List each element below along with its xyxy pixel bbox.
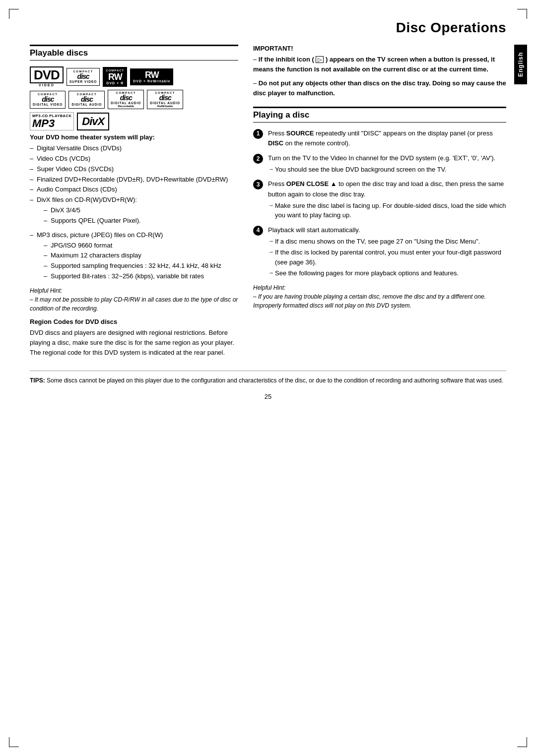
sub-list-item: Supported sampling frequencies : 32 kHz,… bbox=[37, 261, 238, 271]
important-box: IMPORTANT! – If the inhibit icon ( ▷ ) a… bbox=[253, 45, 506, 99]
important-text: – If the inhibit icon ( ▷ ) appears on t… bbox=[253, 55, 506, 99]
cd-dv-sub: DIGITAL VIDEO bbox=[33, 103, 63, 106]
list-item: Finalized DVD+Recordable (DVD±R), DVD+Re… bbox=[30, 175, 238, 185]
dvd-main-label: DVD bbox=[30, 66, 64, 83]
list-item: DivX files on CD-R(W)/DVD+R(W): DivX 3/4… bbox=[30, 195, 238, 226]
logos-row-2: COMPACT disc DIGITAL VIDEO COMPACT disc … bbox=[30, 90, 238, 109]
step-4-arrow-3: See the following pages for more playbac… bbox=[268, 268, 506, 278]
bold-intro: Your DVD home theater system will play: bbox=[30, 133, 238, 141]
corner-mark-br bbox=[517, 737, 527, 747]
step-4: 4 Playback will start automatically. If … bbox=[253, 225, 506, 278]
cd-digital-video-logo: COMPACT disc DIGITAL VIDEO bbox=[30, 91, 66, 109]
step-num-1: 1 bbox=[253, 129, 263, 139]
cd-dar-main: disc bbox=[120, 94, 132, 101]
page-title: Disc Operations bbox=[30, 20, 506, 36]
playing-section: Playing a disc 1 Press SOURCE repeatedly… bbox=[253, 107, 506, 310]
mp3-main-label: MP3 bbox=[32, 118, 55, 129]
right-column: English IMPORTANT! – If the inhibit icon… bbox=[253, 45, 506, 315]
cd-darw-main: disc bbox=[159, 94, 171, 101]
step-3-content: Press OPEN CLOSE ▲ to open the disc tray… bbox=[268, 179, 506, 220]
rw-dvdr-sub: DVD + R bbox=[106, 81, 124, 85]
corner-mark-tl bbox=[9, 9, 19, 19]
divx-label: DivX bbox=[82, 115, 104, 128]
sub-list-item: Supported Bit-rates : 32~256 (kbps), var… bbox=[37, 272, 238, 281]
hint2-title: Helpful Hint: bbox=[253, 284, 285, 291]
dvd-sub-label: VIDEO bbox=[39, 83, 55, 87]
hint-text: – It may not be possible to play CD-R/RW… bbox=[30, 296, 238, 312]
tips-box: TIPS: Some discs cannot be played on thi… bbox=[30, 371, 506, 385]
step-3-arrow: Make sure the disc label is facing up. F… bbox=[268, 201, 506, 220]
sub-list-item: Supports QPEL (Quarter Pixel). bbox=[37, 216, 238, 226]
sublist: DivX 3/4/5 Supports QPEL (Quarter Pixel)… bbox=[37, 206, 238, 226]
playable-discs-header: Playable discs bbox=[30, 45, 238, 61]
logos-row-1: DVD VIDEO COMPACT disc SUPER VIDEO COMPA… bbox=[30, 66, 238, 87]
step-4-content: Playback will start automatically. If a … bbox=[268, 225, 506, 278]
rw-dvdrewrite-main: RW bbox=[145, 70, 159, 79]
dvd-video-logo: DVD VIDEO bbox=[30, 66, 64, 87]
hint-title: Helpful Hint: bbox=[30, 287, 62, 294]
list-item: Digital Versatile Discs (DVDs) bbox=[30, 144, 238, 153]
step-3: 3 Press OPEN CLOSE ▲ to open the disc tr… bbox=[253, 179, 506, 220]
step-1: 1 Press SOURCE repeatedly until "DISC" a… bbox=[253, 128, 506, 148]
important-title: IMPORTANT! bbox=[253, 45, 506, 52]
cd-dv-main: disc bbox=[42, 96, 54, 103]
cd-dar-sub: DIGITAL AUDIO bbox=[111, 101, 141, 105]
step-1-content: Press SOURCE repeatedly until "DISC" app… bbox=[268, 128, 506, 148]
cd-dar-label: Recordable bbox=[118, 105, 134, 108]
cd-digital-audio-rw-logo: COMPACT disc DIGITAL AUDIO ReWritable bbox=[147, 90, 183, 109]
playable-list: Digital Versatile Discs (DVDs) Video CDs… bbox=[30, 144, 238, 281]
helpful-hint-2: Helpful Hint: – If you are having troubl… bbox=[253, 283, 506, 310]
step-2: 2 Turn on the TV to the Video In channel… bbox=[253, 153, 506, 175]
step-4-arrow-2: If the disc is locked by parental contro… bbox=[268, 248, 506, 267]
cd-darw-label: ReWritable bbox=[157, 105, 173, 108]
cd-digital-audio-rec-logo: COMPACT disc DIGITAL AUDIO Recordable bbox=[108, 90, 144, 109]
cd-digital-audio-logo: COMPACT disc DIGITAL AUDIO bbox=[68, 91, 105, 109]
english-tab: English bbox=[514, 45, 527, 84]
list-item: Super Video CDs (SVCDs) bbox=[30, 165, 238, 174]
list-item: Video CDs (VCDs) bbox=[30, 154, 238, 164]
tips-label: TIPS: bbox=[30, 377, 45, 384]
step-num-3: 3 bbox=[253, 180, 263, 189]
cd-sv-sub: SUPER VIDEO bbox=[69, 80, 97, 83]
content-columns: Playable discs DVD VIDEO COMPACT disc SU… bbox=[30, 45, 506, 362]
important-line-1: – If the inhibit icon ( ▷ ) appears on t… bbox=[253, 55, 506, 74]
step-num-4: 4 bbox=[253, 226, 263, 236]
cd-darw-sub: DIGITAL AUDIO bbox=[150, 101, 180, 105]
mp3-logo: MP3-CD PLAYBACK MP3 bbox=[30, 112, 74, 130]
hint2-text: – If you are having trouble playing a ce… bbox=[253, 293, 486, 309]
left-column: Playable discs DVD VIDEO COMPACT disc SU… bbox=[30, 45, 238, 362]
sub-list-item: DivX 3/4/5 bbox=[37, 206, 238, 215]
sub-list-item: Maximum 12 characters display bbox=[37, 251, 238, 260]
sublist: JPG/ISO 9660 format Maximum 12 character… bbox=[37, 241, 238, 281]
cd-sv-main: disc bbox=[77, 73, 89, 80]
corner-mark-bl bbox=[9, 737, 19, 747]
rw-dvdr-main: RW bbox=[108, 72, 122, 81]
divx-logo: DivX bbox=[77, 113, 109, 130]
step-2-arrow: You should see the blue DVD background s… bbox=[268, 165, 506, 175]
step-4-arrow-1: If a disc menu shows on the TV, see page… bbox=[268, 237, 506, 247]
playing-disc-header: Playing a disc bbox=[253, 107, 506, 123]
cd-super-video-logo: COMPACT disc SUPER VIDEO bbox=[67, 68, 100, 86]
steps-list: 1 Press SOURCE repeatedly until "DISC" a… bbox=[253, 128, 506, 278]
helpful-hint-1: Helpful Hint: – It may not be possible t… bbox=[30, 286, 238, 313]
list-item: Audio Compact Discs (CDs) bbox=[30, 185, 238, 194]
page: Disc Operations Playable discs DVD VIDEO… bbox=[0, 0, 536, 756]
important-line-2: – Do not put any objects other than disc… bbox=[253, 78, 506, 98]
step-num-2: 2 bbox=[253, 154, 263, 164]
corner-mark-tr bbox=[517, 9, 527, 19]
rw-dvdr-logo: COMPACT RW DVD + R bbox=[103, 67, 127, 87]
list-item: MP3 discs, picture (JPEG) files on CD-R(… bbox=[30, 231, 238, 281]
rw-dvdr-top: COMPACT bbox=[106, 69, 124, 72]
region-codes-text: DVD discs and players are designed with … bbox=[30, 328, 238, 358]
page-number: 25 bbox=[30, 393, 506, 400]
logos-row-3: MP3-CD PLAYBACK MP3 DivX bbox=[30, 112, 238, 130]
rw-dvdrewrite-sub: DVD + ReWritable bbox=[133, 79, 170, 83]
step-2-content: Turn on the TV to the Video In channel f… bbox=[268, 153, 506, 175]
rw-dvdrewrite-logo: RW DVD + ReWritable bbox=[130, 68, 173, 85]
cd-da-main: disc bbox=[81, 96, 93, 103]
sub-list-item: JPG/ISO 9660 format bbox=[37, 241, 238, 251]
cd-da-sub: DIGITAL AUDIO bbox=[71, 103, 102, 106]
tips-text: Some discs cannot be played on this play… bbox=[47, 377, 503, 384]
region-codes-title: Region Codes for DVD discs bbox=[30, 318, 238, 325]
